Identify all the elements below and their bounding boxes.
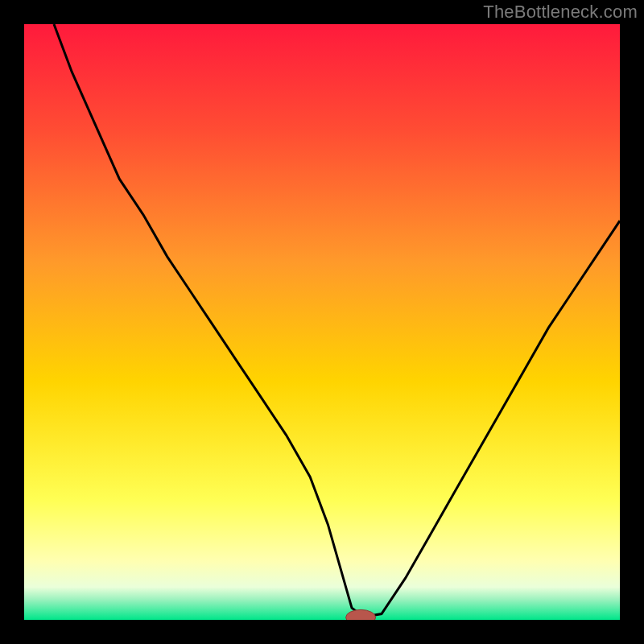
gradient-background bbox=[24, 24, 620, 620]
chart-frame: TheBottleneck.com bbox=[0, 0, 644, 644]
bottleneck-chart bbox=[24, 24, 620, 620]
plot-area bbox=[24, 24, 620, 620]
watermark-text: TheBottleneck.com bbox=[483, 2, 638, 23]
